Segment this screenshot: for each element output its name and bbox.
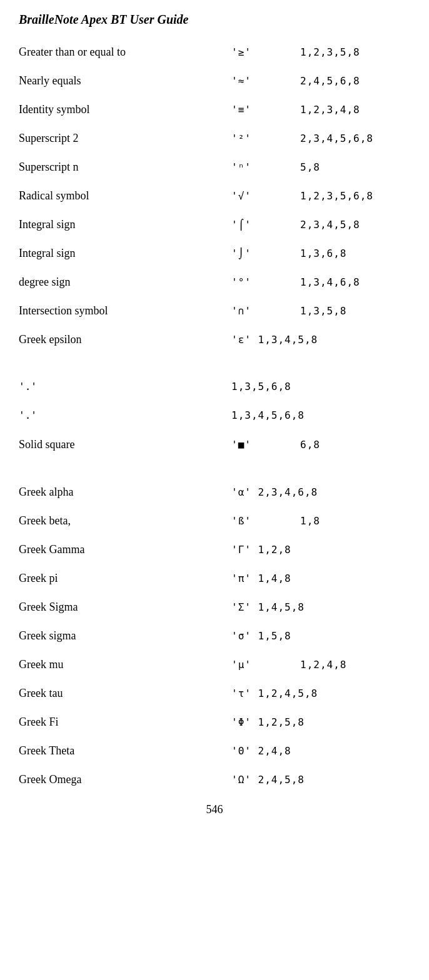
row-dots: 1,3,6,8: [300, 248, 410, 259]
row-label: Integral sign: [19, 247, 231, 260]
row-label: degree sign: [19, 276, 231, 289]
page-title: BrailleNote Apex BT User Guide: [19, 12, 410, 27]
row-dots: 1,3,4,5,6,8: [231, 409, 410, 421]
row-label: Greek pi: [19, 572, 231, 585]
row-dots: 1,2,3,5,6,8: [300, 190, 410, 202]
table-row: Greek tau'τ' 1,2,4,5,8: [19, 687, 410, 704]
row-label: '.': [19, 409, 231, 421]
table-row: Integral sign'⌡'1,3,6,8: [19, 247, 410, 264]
row-label: Greek sigma: [19, 629, 231, 642]
row-label: Intersection symbol: [19, 304, 231, 318]
page-number: 546: [19, 803, 410, 816]
row-symbol-dots: 'σ' 1,5,8: [231, 630, 291, 642]
table-row: Greek alpha'α' 2,3,4,6,8: [19, 486, 410, 503]
row-symbol: '²': [231, 132, 300, 144]
row-symbol: '≥': [231, 46, 300, 58]
row-symbol-dots: 'Φ' 1,2,5,8: [231, 716, 305, 728]
table-row: Greek beta,'ß'1,8: [19, 514, 410, 532]
row-dots: 2,3,4,5,6,8: [300, 132, 410, 144]
row-label: Greek mu: [19, 658, 231, 671]
row-label: Greek epsilon: [19, 333, 231, 346]
table-row: Greek sigma'σ' 1,5,8: [19, 629, 410, 647]
table-row: '.'1,3,5,6,8: [19, 381, 410, 398]
row-symbol: '■': [231, 439, 300, 451]
row-label: Greek Fi: [19, 716, 231, 729]
table-row: Greek epsilon'ε' 1,3,4,5,8: [19, 333, 410, 351]
table-row: Greater than or equal to'≥'1,2,3,5,8: [19, 46, 410, 63]
row-symbol-dots: 'Ω' 2,4,5,8: [231, 774, 305, 786]
table-row: Greek Omega'Ω' 2,4,5,8: [19, 773, 410, 791]
table-row: Greek Sigma'Σ' 1,4,5,8: [19, 601, 410, 618]
row-label: Greek Theta: [19, 744, 231, 758]
table-row: Greek pi'π' 1,4,8: [19, 572, 410, 589]
table-row: Greek mu'μ'1,2,4,8: [19, 658, 410, 676]
row-label: Greek alpha: [19, 486, 231, 499]
row-label: Integral sign: [19, 218, 231, 231]
table-row: degree sign'°'1,3,4,6,8: [19, 276, 410, 293]
row-symbol: '⌡': [231, 248, 300, 259]
row-dots: 2,4,5,6,8: [300, 75, 410, 87]
row-label: '.': [19, 381, 231, 392]
row-label: Radical symbol: [19, 189, 231, 202]
table-row: Integral sign'⌠'2,3,4,5,8: [19, 218, 410, 236]
table-row: Greek Fi'Φ' 1,2,5,8: [19, 716, 410, 733]
row-symbol: '√': [231, 190, 300, 202]
row-symbol: '°': [231, 276, 300, 288]
row-label: Superscript 2: [19, 132, 231, 145]
table-row: Greek Theta'Θ' 2,4,8: [19, 744, 410, 762]
table-row: Intersection symbol'∩'1,3,5,8: [19, 304, 410, 322]
spacer-row: [19, 362, 410, 381]
row-dots: 1,2,3,5,8: [300, 46, 410, 58]
table-row: '.'1,3,4,5,6,8: [19, 409, 410, 427]
row-symbol-dots: 'Θ' 2,4,8: [231, 745, 291, 757]
row-dots: 5,8: [300, 161, 410, 173]
table-row: Superscript 2'²'2,3,4,5,6,8: [19, 132, 410, 149]
row-dots: 1,3,5,8: [300, 305, 410, 317]
row-symbol: 'ß': [231, 515, 300, 527]
row-symbol-dots: 'Γ' 1,2,8: [231, 544, 291, 556]
row-dots: 1,8: [300, 515, 410, 527]
row-label: Greek tau: [19, 687, 231, 700]
table-row: Nearly equals'≈'2,4,5,6,8: [19, 74, 410, 92]
row-dots: 2,3,4,5,8: [300, 219, 410, 231]
table-row: Radical symbol'√'1,2,3,5,6,8: [19, 189, 410, 207]
row-symbol-dots: 'π' 1,4,8: [231, 572, 291, 584]
row-symbol-dots: 'Σ' 1,4,5,8: [231, 601, 305, 613]
row-label: Greek Sigma: [19, 601, 231, 614]
row-label: Greek Gamma: [19, 543, 231, 556]
row-dots: 1,2,3,4,8: [300, 104, 410, 116]
table-row: Identity symbol'≡'1,2,3,4,8: [19, 103, 410, 121]
row-symbol-dots: 'α' 2,3,4,6,8: [231, 486, 318, 498]
row-symbol: 'ⁿ': [231, 161, 300, 173]
row-label: Greek Omega: [19, 773, 231, 786]
row-dots: 1,2,4,8: [300, 659, 410, 671]
table-row: Superscript n'ⁿ'5,8: [19, 161, 410, 178]
content-table: Greater than or equal to'≥'1,2,3,5,8Near…: [19, 46, 410, 791]
table-row: Solid square'■'6,8: [19, 438, 410, 456]
row-symbol: '∩': [231, 305, 300, 317]
row-label: Superscript n: [19, 161, 231, 174]
spacer-row: [19, 467, 410, 486]
table-row: Greek Gamma'Γ' 1,2,8: [19, 543, 410, 561]
row-dots: 6,8: [300, 439, 410, 451]
row-symbol: '≈': [231, 75, 300, 87]
row-symbol: '≡': [231, 104, 300, 116]
row-label: Greater than or equal to: [19, 46, 231, 59]
row-label: Nearly equals: [19, 74, 231, 88]
row-dots: 1,3,5,6,8: [231, 381, 410, 392]
row-label: Identity symbol: [19, 103, 231, 116]
row-dots: 1,3,4,6,8: [300, 276, 410, 288]
row-label: Solid square: [19, 438, 231, 451]
row-symbol: '⌠': [231, 219, 300, 231]
row-label: Greek beta,: [19, 514, 231, 528]
row-symbol-dots: 'ε' 1,3,4,5,8: [231, 334, 318, 346]
row-symbol-dots: 'τ' 1,2,4,5,8: [231, 688, 318, 699]
row-symbol: 'μ': [231, 659, 300, 671]
